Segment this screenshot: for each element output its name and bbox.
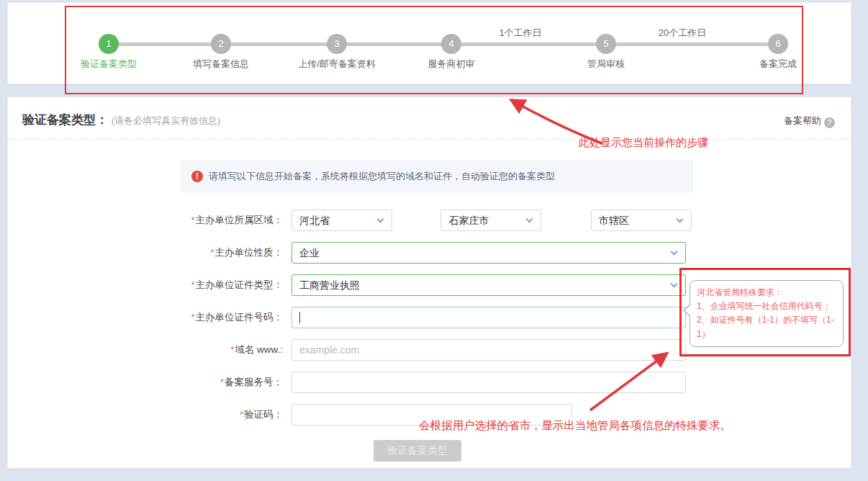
chevron-down-icon <box>671 281 678 288</box>
step-3-label: 上传/邮寄备案资料 <box>298 58 376 71</box>
step-6-duration: 20个工作日 <box>659 27 706 40</box>
district-select[interactable]: 市辖区 <box>591 210 692 231</box>
verify-filing-type-button[interactable]: 验证备案类型 <box>374 440 461 462</box>
province-select[interactable]: 河北省 <box>291 210 392 231</box>
verify-filing-type-panel: 验证备案类型： (请务必填写真实有效信息) 备案帮助? ! 请填写以下信息开始备… <box>7 96 851 469</box>
warning-icon: ! <box>191 171 203 182</box>
org-nature-select[interactable]: 企业 <box>291 242 686 264</box>
region-label: *主办单位所属区域： <box>51 210 283 231</box>
cert-type-select[interactable]: 工商营业执照 <box>291 274 686 296</box>
captcha-label: *验证码： <box>51 404 283 426</box>
page-subtitle: (请务必填写真实有效信息) <box>112 115 221 126</box>
step-4-dot: 4 <box>441 34 461 54</box>
notice-text: 请填写以下信息开始备案，系统将根据您填写的域名和证件，自动验证您的备案类型 <box>209 170 555 183</box>
page-title: 验证备案类型： (请务必填写真实有效信息) <box>22 112 220 128</box>
chevron-down-icon <box>676 216 683 223</box>
domain-label: *域名 www.: <box>51 339 283 361</box>
org-nature-label: *主办单位性质： <box>51 242 283 264</box>
service-number-input[interactable] <box>291 372 686 393</box>
step-5-label: 管局审核 <box>587 58 625 71</box>
cert-number-input[interactable] <box>291 307 686 328</box>
notice-banner: ! 请填写以下信息开始备案，系统将根据您填写的域名和证件，自动验证您的备案类型 <box>181 161 693 192</box>
chevron-down-icon <box>671 248 678 256</box>
step-5-duration: 1个工作日 <box>499 27 541 40</box>
step-6-dot: 6 <box>768 34 788 54</box>
cert-number-label: *主办单位证件号码： <box>51 307 283 328</box>
header-divider <box>8 139 851 140</box>
cert-type-label: *主办单位证件类型： <box>51 274 283 296</box>
step-2-dot: 2 <box>211 34 231 54</box>
chevron-down-icon <box>377 216 384 223</box>
step-1-label: 验证备案类型 <box>81 58 137 71</box>
step-1-dot: 1 <box>99 34 119 54</box>
step-5-dot: 5 <box>596 34 616 54</box>
captcha-input[interactable] <box>291 404 572 426</box>
question-mark-icon: ? <box>824 117 835 128</box>
step-4-label: 服务商初审 <box>428 58 475 71</box>
step-3-dot: 3 <box>327 34 347 54</box>
service-number-label: *备案服务号： <box>51 372 283 393</box>
text-cursor <box>299 312 300 323</box>
step-progress-panel: 1 验证备案类型 2 填写备案信息 3 上传/邮寄备案资料 4 服务商初审 5 … <box>7 2 851 84</box>
domain-input[interactable] <box>291 339 686 361</box>
step-6-label: 备案完成 <box>759 58 797 71</box>
filing-help-link[interactable]: 备案帮助? <box>784 114 835 128</box>
chevron-down-icon <box>526 216 533 223</box>
city-select[interactable]: 石家庄市 <box>440 210 541 231</box>
step-2-label: 填写备案信息 <box>193 58 249 71</box>
